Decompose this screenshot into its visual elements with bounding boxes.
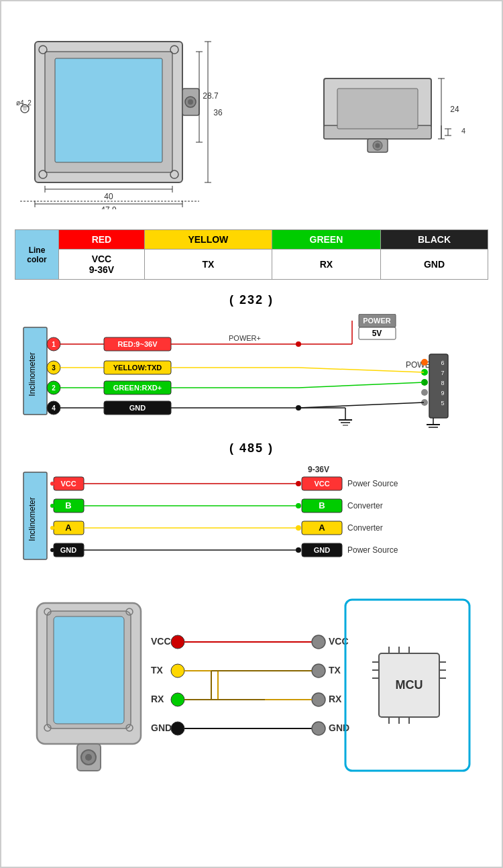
svg-text:VCC: VCC (314, 480, 329, 488)
svg-text:RX: RX (329, 694, 342, 704)
svg-text:VCC: VCC (60, 480, 76, 488)
svg-text:GND: GND (60, 546, 77, 554)
svg-rect-2 (55, 58, 162, 162)
svg-point-15 (23, 107, 27, 111)
function-vcc: VCC9-36V (59, 250, 145, 280)
svg-point-96 (421, 389, 428, 396)
rs232-section: ( 232 ) Inclinometer 1 3 2 4 (15, 293, 488, 428)
mechanical-drawing-section: 40 47.9 55 28.7 36.8 ø4. (15, 21, 488, 216)
svg-text:24: 24 (450, 105, 459, 114)
svg-text:1: 1 (52, 341, 56, 348)
svg-text:GND: GND (151, 722, 172, 733)
color-yellow-label: YELLOW (144, 230, 272, 250)
svg-text:5: 5 (441, 400, 444, 406)
svg-text:RED:9~36V: RED:9~36V (117, 340, 158, 348)
svg-point-129 (296, 481, 301, 486)
svg-point-10 (172, 172, 176, 176)
svg-text:7: 7 (441, 370, 444, 376)
color-red-label: RED (59, 230, 145, 250)
svg-point-154 (85, 754, 92, 761)
rs485-svg: 9-36V Inclinometer VCC B A GND (15, 462, 488, 569)
svg-text:6: 6 (441, 360, 444, 366)
rs232-svg: Inclinometer 1 3 2 4 (15, 314, 488, 428)
color-green-label: GREEN (272, 230, 380, 250)
svg-point-124 (50, 548, 54, 552)
svg-text:GND: GND (314, 546, 331, 554)
svg-text:8: 8 (441, 380, 444, 386)
mcu-svg: VCC TX RX GND (15, 590, 488, 784)
function-rx: RX (272, 250, 380, 280)
mcu-diagram: VCC TX RX GND (15, 590, 488, 784)
svg-text:POWER+: POWER+ (229, 334, 261, 342)
svg-text:9-36V: 9-36V (308, 465, 329, 474)
svg-point-6 (172, 48, 176, 52)
front-view: 40 47.9 55 28.7 36.8 ø4. (15, 21, 229, 216)
function-tx: TX (144, 250, 272, 280)
mcu-section: VCC TX RX GND (15, 590, 488, 784)
svg-text:A: A (319, 523, 325, 533)
svg-point-177 (312, 693, 325, 706)
svg-line-104 (298, 382, 424, 388)
svg-point-122 (50, 504, 54, 508)
svg-text:Power Source: Power Source (347, 545, 398, 555)
line-color-table: Linecolor RED YELLOW GREEN BLACK VCC9-36… (15, 229, 488, 280)
function-gnd: GND (381, 250, 488, 280)
svg-text:3: 3 (52, 364, 56, 372)
side-view: 24 4 (300, 52, 488, 186)
svg-text:9: 9 (441, 390, 444, 396)
side-view-svg: 24 4 (300, 52, 482, 172)
svg-rect-92 (429, 354, 448, 418)
svg-point-50 (376, 144, 380, 148)
svg-point-93 (421, 359, 428, 366)
svg-point-162 (171, 722, 184, 735)
svg-point-130 (296, 503, 301, 508)
svg-point-121 (50, 482, 54, 486)
svg-text:Converter: Converter (347, 523, 383, 533)
svg-point-13 (188, 99, 193, 105)
svg-text:VCC: VCC (151, 636, 171, 647)
svg-text:TX: TX (329, 665, 341, 675)
svg-point-159 (171, 635, 184, 649)
svg-text:36.8: 36.8 (213, 108, 223, 117)
rs485-diagram: 9-36V Inclinometer VCC B A GND (15, 462, 488, 569)
svg-point-123 (50, 526, 54, 530)
svg-text:YELLOW:TXD: YELLOW:TXD (113, 364, 162, 372)
svg-text:ø4. 2: ø4. 2 (16, 99, 32, 107)
svg-point-175 (312, 635, 325, 649)
svg-point-131 (296, 525, 301, 531)
svg-text:POWER: POWER (363, 317, 391, 325)
svg-text:Inclinometer: Inclinometer (27, 352, 37, 396)
svg-text:TX: TX (151, 665, 164, 675)
svg-point-132 (296, 547, 301, 553)
rs232-title: ( 232 ) (15, 293, 488, 307)
svg-text:4: 4 (461, 127, 465, 135)
svg-text:A: A (65, 523, 72, 533)
table-row-functions: VCC9-36V TX RX GND (15, 250, 488, 280)
svg-text:Power Source: Power Source (347, 479, 398, 488)
svg-text:55: 55 (105, 209, 113, 209)
svg-text:GND: GND (129, 404, 146, 412)
svg-text:4: 4 (52, 404, 56, 412)
line-color-table-section: Linecolor RED YELLOW GREEN BLACK VCC9-36… (15, 229, 488, 280)
svg-text:RX: RX (151, 694, 164, 704)
svg-text:Inclinometer: Inclinometer (27, 497, 37, 541)
svg-line-105 (298, 402, 424, 408)
svg-text:B: B (319, 500, 325, 510)
svg-line-103 (298, 368, 424, 372)
svg-text:Converter: Converter (347, 501, 383, 510)
svg-point-160 (171, 664, 184, 677)
svg-text:40: 40 (104, 192, 113, 201)
line-color-header: Linecolor (15, 230, 59, 280)
rs485-title: ( 485 ) (15, 441, 488, 455)
svg-point-4 (41, 48, 45, 52)
front-view-svg: 40 47.9 55 28.7 36.8 ø4. (15, 21, 223, 209)
page-container: 40 47.9 55 28.7 36.8 ø4. (0, 0, 503, 868)
svg-point-161 (171, 693, 184, 706)
svg-text:MCU: MCU (396, 678, 423, 692)
svg-text:B: B (65, 500, 71, 510)
svg-point-8 (41, 172, 45, 176)
svg-point-176 (312, 664, 325, 677)
rs485-section: ( 485 ) 9-36V Inclinometer VCC B A GN (15, 441, 488, 569)
svg-text:28.7: 28.7 (203, 91, 219, 101)
svg-rect-147 (54, 616, 124, 724)
